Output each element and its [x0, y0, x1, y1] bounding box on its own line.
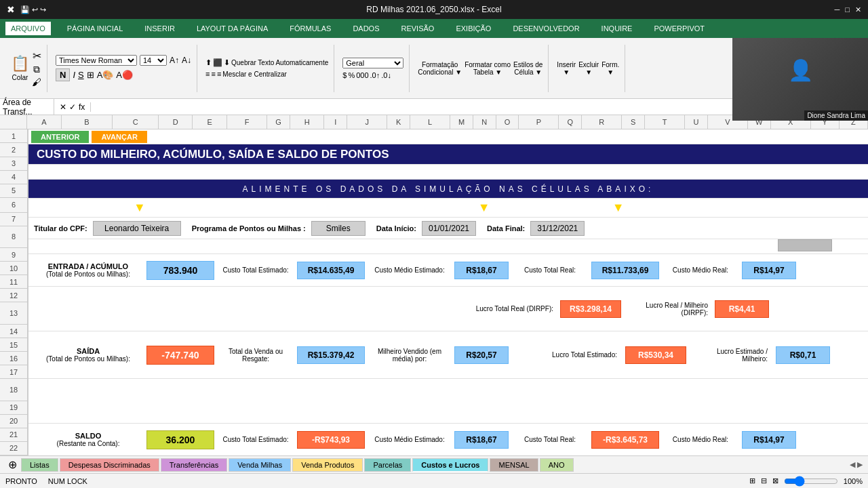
decrease-decimal[interactable]: .0↓ — [381, 71, 391, 79]
currency-btn[interactable]: $ — [342, 71, 347, 79]
saida-value[interactable]: -747.740 — [146, 346, 214, 365]
increase-decimal[interactable]: .0↑ — [370, 71, 380, 79]
row-8[interactable]: 8 — [0, 226, 27, 249]
row-18[interactable]: 18 — [0, 379, 27, 401]
paste-button[interactable]: 📋 — [11, 55, 29, 73]
align-center[interactable]: ≡ — [211, 70, 215, 78]
view-normal[interactable]: ⊞ — [749, 476, 755, 485]
row-6[interactable]: 6 — [0, 198, 27, 213]
font-size-select[interactable]: 14 — [140, 55, 167, 66]
custo-medio-real-value-1[interactable]: R$14,97 — [742, 262, 796, 279]
row-9[interactable]: 9 — [0, 248, 27, 262]
row-17[interactable]: 17 — [0, 365, 27, 379]
zoom-slider[interactable] — [784, 476, 838, 487]
custo-total-real-value-1[interactable]: R$11.733,69 — [591, 262, 659, 279]
col-t[interactable]: T — [645, 115, 685, 129]
col-j[interactable]: J — [347, 115, 387, 129]
format-painter[interactable]: 🖌 — [32, 77, 41, 87]
tab-despesas[interactable]: Despesas Discriminadas — [60, 458, 159, 472]
format-btn[interactable]: Form.▼ — [601, 61, 619, 76]
row-2[interactable]: 2 — [0, 143, 27, 157]
row-14[interactable]: 14 — [0, 325, 27, 338]
tab-inserir[interactable]: INSERIR — [139, 22, 180, 35]
tab-layout[interactable]: LAYOUT DA PÁGINA — [191, 22, 273, 35]
row-7[interactable]: 7 — [0, 213, 27, 226]
col-c[interactable]: C — [113, 115, 158, 129]
col-s[interactable]: S — [622, 115, 645, 129]
tab-desenvolvedor[interactable]: DESENVOLVEDOR — [507, 22, 585, 35]
name-box[interactable]: Área de Transf... — [0, 99, 54, 115]
col-o[interactable]: O — [496, 115, 519, 129]
lucro-est-milheiro-value[interactable]: R$0,71 — [776, 346, 830, 364]
font-name-select[interactable]: Times New Roman — [56, 55, 137, 66]
merge-center-button[interactable]: Mesclar e Centralizar — [222, 70, 286, 78]
align-right[interactable]: ≡ — [217, 70, 221, 78]
custo-total-est-value-1[interactable]: R$14.635,49 — [297, 262, 365, 279]
lucro-total-real-value[interactable]: R$3.298,14 — [560, 300, 621, 318]
align-middle[interactable]: ⬛ — [213, 58, 222, 67]
saldo-custo-medio-real-value[interactable]: R$14,97 — [742, 431, 796, 449]
tab-arquivo[interactable]: ARQUIVO — [5, 22, 51, 35]
col-a[interactable]: A — [27, 115, 62, 129]
col-i[interactable]: I — [324, 115, 347, 129]
row-20[interactable]: 20 — [0, 415, 27, 428]
view-layout[interactable]: ⊟ — [761, 476, 767, 485]
copy-button[interactable]: ⧉ — [32, 64, 41, 75]
tab-dados[interactable]: DADOS — [347, 22, 384, 35]
col-m[interactable]: M — [450, 115, 473, 129]
saldo-value[interactable]: 36.200 — [146, 430, 214, 449]
col-b[interactable]: B — [62, 115, 113, 129]
increase-font[interactable]: A↑ — [170, 56, 179, 65]
font-color-button[interactable]: A🔴 — [116, 70, 133, 80]
fill-color-button[interactable]: A🎨 — [97, 70, 114, 80]
row-10[interactable]: 10 — [0, 262, 27, 275]
align-left[interactable]: ≡ — [205, 70, 210, 78]
col-k[interactable]: K — [387, 115, 410, 129]
italic-button[interactable]: I — [73, 70, 75, 80]
tab-pagina-inicial[interactable]: PÁGINA INICIAL — [62, 22, 129, 35]
cell-styles-btn[interactable]: Estilos deCélula ▼ — [513, 61, 542, 76]
tab-parcelas[interactable]: Parcelas — [364, 458, 411, 472]
custo-medio-est-value-1[interactable]: R$18,67 — [454, 262, 509, 279]
total-venda-value[interactable]: R$15.379,42 — [297, 346, 365, 364]
anterior-button[interactable]: ANTERIOR — [31, 131, 89, 143]
wrap-text-button[interactable]: Quebrar Texto Automaticamente — [231, 59, 328, 66]
row-5[interactable]: 5 — [0, 184, 27, 198]
insert-btn[interactable]: Inserir▼ — [557, 61, 576, 76]
confirm-formula[interactable]: ✓ — [69, 102, 76, 112]
cells-area[interactable]: ANTERIOR AVANÇAR CUSTO DO MILHEIRO, ACÚM… — [28, 129, 868, 455]
delete-btn[interactable]: Excluir▼ — [578, 61, 599, 76]
border-button[interactable]: ⊞ — [87, 70, 94, 80]
row-16[interactable]: 16 — [0, 352, 27, 365]
bold-button[interactable]: N — [56, 68, 70, 81]
row-1[interactable]: 1 — [0, 129, 27, 143]
number-format-select[interactable]: Geral — [342, 58, 403, 68]
row-13[interactable]: 13 — [0, 302, 27, 325]
data-inicio-value[interactable]: 01/01/2021 — [422, 221, 476, 236]
tab-transferencias[interactable]: Transferências — [161, 458, 227, 472]
saldo-custo-total-est-value[interactable]: -R$743,93 — [297, 431, 365, 449]
col-n[interactable]: N — [473, 115, 496, 129]
conditional-format-btn[interactable]: FormataçãoCondicional ▼ — [418, 61, 462, 76]
tab-formulas[interactable]: FÓRMULAS — [284, 22, 336, 35]
row-11[interactable]: 11 — [0, 275, 27, 289]
row-15[interactable]: 15 — [0, 338, 27, 352]
tab-mensal[interactable]: MENSAL — [490, 458, 538, 472]
row-22[interactable]: 22 — [0, 442, 27, 455]
col-l[interactable]: L — [410, 115, 450, 129]
avancar-button[interactable]: AVANÇAR — [92, 131, 146, 143]
entrada-value[interactable]: 783.940 — [146, 261, 214, 280]
row-21[interactable]: 21 — [0, 428, 27, 442]
tab-revisao[interactable]: REVISÃO — [396, 22, 440, 35]
col-q[interactable]: Q — [559, 115, 582, 129]
row-19[interactable]: 19 — [0, 401, 27, 415]
percent-btn[interactable]: % — [348, 71, 355, 79]
tab-venda-milhas[interactable]: Venda Milhas — [229, 458, 291, 472]
tab-exibicao[interactable]: EXIBIÇÃO — [450, 22, 496, 35]
col-r[interactable]: R — [582, 115, 622, 129]
new-sheet-button[interactable]: ⊕ — [5, 458, 20, 471]
programa-value[interactable]: Smiles — [311, 221, 366, 236]
data-final-value[interactable]: 31/12/2021 — [530, 221, 585, 236]
col-e[interactable]: E — [193, 115, 227, 129]
row-3[interactable]: 3 — [0, 157, 27, 171]
